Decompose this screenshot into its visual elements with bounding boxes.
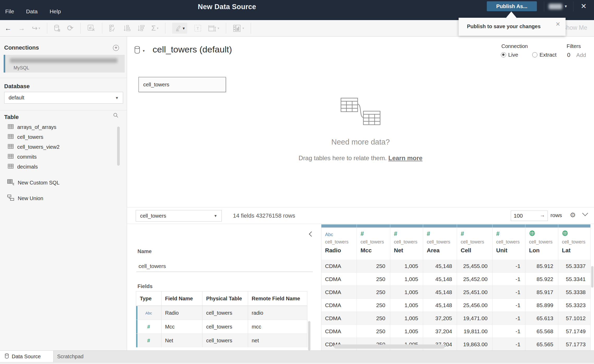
replay-icon[interactable]: ↪▾ [32, 25, 40, 32]
grid-column-header[interactable]: #cell_towersNet [390, 224, 423, 260]
new-custom-sql-button[interactable]: ⚙ New Custom SQL [0, 177, 127, 188]
fields-table-scrollbar[interactable] [308, 321, 310, 350]
grid-cell: 250 [357, 260, 390, 272]
number-type-icon: # [361, 230, 364, 237]
grid-data-row[interactable]: CDMA2501,00537,20419,811.00-165.56857.17… [321, 325, 591, 338]
grid-cell: 65.568 [525, 325, 558, 338]
swap-rows-columns-icon[interactable] [109, 25, 116, 32]
show-hide-cards-icon[interactable]: ▾ [233, 25, 244, 32]
column-name-label: Mcc [361, 247, 390, 254]
table-details-panel: Name Fields TypeField NamePhysical Table… [127, 224, 321, 350]
grid-column-header[interactable]: #cell_towersCell [457, 224, 493, 260]
apply-row-limit-icon[interactable]: → [540, 212, 545, 218]
grid-header-row: Abccell_towersRadio#cell_towersMcc#cell_… [321, 224, 591, 260]
grid-data-row[interactable]: CDMA2501,00545,14825,455.00-185.91255.33… [321, 260, 591, 273]
column-header-accent-bar [493, 224, 525, 228]
sidebar-table-item[interactable]: commits [0, 152, 127, 162]
extract-radio[interactable]: Extract [532, 52, 556, 58]
grid-data-row[interactable]: CDMA2501,00545,14825,451.00-185.91755.33… [321, 286, 591, 299]
user-menu-caret-icon[interactable]: ▼ [564, 4, 568, 8]
grid-cell: 55.3341 [558, 273, 591, 285]
new-union-button[interactable]: New Union [0, 193, 127, 204]
add-connection-icon[interactable]: + [113, 45, 119, 51]
grid-data-row[interactable]: CDMA2501,00545,14825,452.00-185.92255.33… [321, 273, 591, 286]
grid-column-header[interactable]: #cell_towersMcc [357, 224, 390, 260]
grid-cell: CDMA [321, 312, 357, 325]
grid-column-header[interactable]: #cell_towersArea [423, 224, 457, 260]
redo-icon[interactable]: → [18, 25, 25, 32]
show-me-button[interactable]: Show Me [562, 24, 587, 31]
gear-icon[interactable]: ⚙ [570, 211, 576, 219]
tooltip-close-icon[interactable]: ✕ [556, 21, 560, 28]
collapse-panel-icon[interactable] [309, 231, 314, 237]
sidebar-table-item[interactable]: cell_towers_view2 [0, 142, 127, 152]
fields-column-header: Field Name [161, 291, 203, 306]
fields-table-row[interactable]: #Netcell_towersnet [136, 333, 307, 347]
totals-icon[interactable]: Σ▾ [151, 25, 158, 32]
search-icon[interactable] [113, 113, 118, 119]
filters-add-button[interactable]: Add [576, 52, 586, 58]
undo-icon[interactable]: ← [5, 25, 11, 32]
grid-cell: 65.565 [525, 338, 558, 350]
grid-cell: -1 [493, 260, 525, 272]
sort-descending-icon[interactable] [137, 25, 145, 32]
grid-column-header[interactable]: #cell_towersUnit [493, 224, 525, 260]
fields-table-row[interactable]: #Mcccell_towersmcc [136, 320, 307, 333]
sidebar-scrollbar[interactable] [117, 127, 120, 166]
clear-sheet-icon[interactable] [87, 25, 95, 32]
sidebar-table-item[interactable]: cell_towers [0, 132, 127, 142]
grid-column-header[interactable]: cell_towersLat [558, 224, 591, 260]
highlight-icon[interactable]: ▾ [172, 23, 187, 34]
grid-cell: 250 [357, 286, 390, 299]
tab-data-source[interactable]: Data Source [0, 351, 53, 362]
live-radio[interactable]: Live [501, 52, 518, 58]
row-limit-input[interactable] [514, 212, 537, 220]
chevron-down-icon[interactable] [582, 210, 588, 216]
grid-column-header[interactable]: cell_towersLon [525, 224, 558, 260]
grid-data-row[interactable]: CDMA2501,00537,20519,471.00-165.61357.10… [321, 312, 591, 325]
table-item-label: decimals [17, 164, 38, 170]
row-accent-bar [136, 320, 137, 333]
learn-more-link[interactable]: Learn more [388, 154, 423, 162]
toolbar-divider [251, 23, 251, 34]
grid-cell: CDMA [321, 325, 357, 338]
text-label-icon[interactable]: T [194, 25, 201, 32]
pause-updates-icon[interactable] [54, 25, 60, 32]
grid-data-row[interactable]: CDMA2501,00545,14825,456.00-185.89955.33… [321, 299, 591, 312]
grid-cell: 85.912 [525, 260, 558, 272]
filters-count: 0 [567, 52, 570, 58]
datasource-caret-icon[interactable]: ▼ [142, 49, 145, 53]
connection-item[interactable]: MySQL [4, 55, 125, 73]
table-name-input[interactable] [136, 260, 313, 272]
fit-selector-icon[interactable]: ▾ [208, 25, 219, 32]
grid-horizontal-scrollbar[interactable] [334, 344, 445, 349]
publish-as-button[interactable]: Publish As... [487, 1, 537, 11]
svg-text:⚙: ⚙ [12, 182, 14, 185]
column-source-label: cell_towers [496, 239, 525, 245]
datasource-db-icon[interactable] [134, 46, 141, 55]
sidebar-table-item[interactable]: decimals [0, 162, 127, 172]
grid-column-header[interactable]: Abccell_towersRadio [321, 224, 357, 260]
refresh-icon[interactable]: ⟳ [67, 24, 74, 32]
remote-field-name-cell: radio [248, 306, 307, 320]
grid-cell: 45,148 [423, 273, 457, 285]
grid-table-select[interactable]: cell_towers ▼ [136, 210, 222, 222]
toolbar-divider [165, 23, 165, 34]
table-item-label: cell_towers_view2 [17, 144, 59, 150]
user-account-chip[interactable] [549, 4, 562, 9]
table-grid-icon [8, 124, 14, 130]
empty-state-title: Need more data? [127, 138, 594, 146]
fields-table-row[interactable]: AbcRadiocell_towersradio [136, 306, 307, 320]
tab-scratchpad[interactable]: Scratchpad [53, 351, 110, 362]
grid-vertical-scrollbar[interactable] [591, 266, 593, 288]
connection-section-label: Connection [501, 43, 528, 49]
string-type-icon: Abc [145, 311, 152, 315]
canvas-table-card[interactable]: cell_towers [139, 77, 226, 92]
sort-ascending-icon[interactable] [123, 25, 130, 32]
database-select[interactable]: default ▼ [4, 92, 123, 104]
sheet-tab-bar: Data Source Scratchpad [0, 350, 594, 362]
sidebar-divider [0, 110, 127, 110]
sidebar-table-item[interactable]: arrays_of_arrays [0, 122, 127, 132]
grid-cell: -1 [493, 312, 525, 325]
window-close-icon[interactable]: ✕ [581, 2, 587, 10]
